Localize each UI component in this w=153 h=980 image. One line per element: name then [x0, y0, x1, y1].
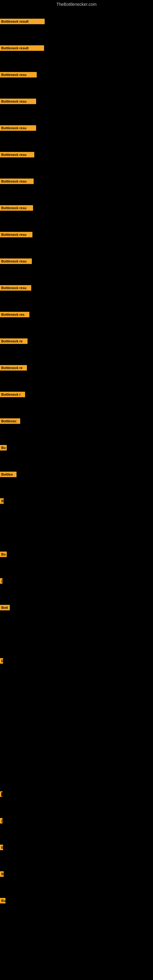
bar-label-28: Bo: [0, 898, 5, 904]
bar-row-23: E: [0, 658, 3, 663]
bar-label-9: Bottleneck resu: [0, 232, 32, 237]
bar-row-25: |: [0, 818, 2, 824]
bar-row-22: Bott: [0, 605, 10, 610]
bar-row-4: Bottleneck resu: [0, 99, 36, 104]
bar-label-23: E: [0, 658, 3, 663]
bar-row-6: Bottleneck resu: [0, 152, 34, 158]
bar-row-14: Bottleneck re: [0, 365, 27, 371]
bar-row-3: Bottleneck resu: [0, 72, 37, 78]
bar-label-19: B: [0, 498, 4, 504]
bar-row-28: Bo: [0, 898, 5, 904]
bar-label-1: Bottleneck result: [0, 19, 45, 24]
bar-label-25: |: [0, 818, 2, 824]
bar-row-11: Bottleneck resu: [0, 285, 31, 291]
bar-row-18: Bottlen: [0, 472, 16, 477]
bar-row-20: Bo: [0, 552, 7, 557]
bar-label-8: Bottleneck resu: [0, 205, 33, 211]
bar-row-2: Bottleneck result: [0, 45, 44, 51]
bar-row-19: B: [0, 498, 4, 504]
bar-label-15: Bottleneck r: [0, 392, 25, 397]
bar-label-24: ▌: [0, 791, 2, 797]
bar-label-10: Bottleneck resu: [0, 258, 32, 264]
bar-row-12: Bottleneck res: [0, 312, 29, 317]
bar-label-13: Bottleneck re: [0, 339, 27, 344]
bar-row-5: Bottleneck resu: [0, 125, 36, 131]
bar-row-13: Bottleneck re: [0, 339, 27, 344]
bar-label-2: Bottleneck result: [0, 45, 44, 51]
bar-row-10: Bottleneck resu: [0, 258, 32, 264]
bar-label-16: Bottlenec: [0, 418, 20, 424]
bar-label-17: Bo: [0, 445, 7, 450]
bar-row-16: Bottlenec: [0, 418, 20, 424]
bar-row-7: Bottleneck resu: [0, 178, 33, 184]
bar-label-12: Bottleneck res: [0, 312, 29, 317]
bar-label-14: Bottleneck re: [0, 365, 27, 371]
bar-row-15: Bottleneck r: [0, 392, 25, 397]
bar-label-18: Bottlen: [0, 472, 16, 477]
bar-label-4: Bottleneck resu: [0, 99, 36, 104]
bar-row-8: Bottleneck resu: [0, 205, 33, 211]
bar-label-20: Bo: [0, 552, 7, 557]
site-title: TheBottlenecker.com: [0, 0, 153, 8]
bar-row-21: |: [0, 578, 2, 584]
bar-row-9: Bottleneck resu: [0, 232, 32, 237]
bar-row-1: Bottleneck result: [0, 19, 45, 24]
bar-label-26: E: [0, 845, 3, 850]
bar-label-6: Bottleneck resu: [0, 152, 34, 158]
bar-label-5: Bottleneck resu: [0, 125, 36, 131]
bar-label-22: Bott: [0, 605, 10, 610]
bar-label-21: |: [0, 578, 2, 584]
bar-row-17: Bo: [0, 445, 7, 450]
bar-row-24: ▌: [0, 791, 2, 797]
bar-label-3: Bottleneck resu: [0, 72, 37, 78]
bar-row-27: B: [0, 871, 4, 877]
bar-label-11: Bottleneck resu: [0, 285, 31, 291]
bar-row-26: E: [0, 845, 3, 850]
bar-label-7: Bottleneck resu: [0, 178, 33, 184]
bar-label-27: B: [0, 871, 4, 877]
